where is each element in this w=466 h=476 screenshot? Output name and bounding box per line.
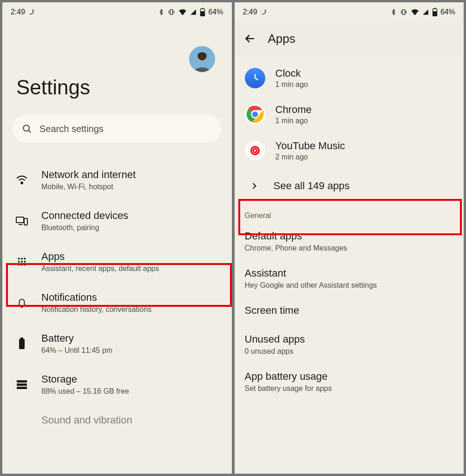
general-section-header: General — [235, 203, 464, 223]
status-time: 2:49 — [11, 8, 25, 16]
item-sub: 0 unused apps — [245, 347, 454, 356]
youtube-music-app-icon — [245, 140, 265, 161]
svg-point-6 — [21, 182, 22, 184]
item-title: Battery — [41, 332, 222, 344]
svg-rect-19 — [20, 337, 23, 339]
status-bar: 2:49 64% — [2, 2, 232, 22]
search-icon — [22, 124, 32, 134]
svg-point-15 — [18, 264, 20, 265]
signal-icon — [190, 9, 197, 15]
item-title: Connected devices — [41, 210, 222, 222]
settings-screen: 2:49 64% Settings Search settings Networ… — [2, 2, 232, 474]
item-title: Unused apps — [245, 333, 454, 345]
back-arrow-icon[interactable] — [244, 33, 256, 45]
item-title: Sound and vibration — [41, 414, 222, 426]
svg-point-17 — [24, 264, 26, 265]
general-screen-time[interactable]: Screen time — [235, 297, 464, 326]
status-bar: 2:49 64% — [235, 2, 464, 22]
item-sub: Notification history, conversations — [41, 305, 222, 314]
status-time: 2:49 — [243, 8, 257, 16]
svg-point-5 — [23, 125, 29, 131]
page-title: Apps — [268, 32, 295, 46]
svg-point-9 — [18, 258, 20, 260]
item-sub: Assistant, recent apps, default apps — [41, 264, 222, 273]
settings-item-connected-devices[interactable]: Connected devices Bluetooth, pairing — [2, 200, 232, 241]
svg-rect-26 — [434, 8, 436, 9]
bell-icon — [17, 297, 27, 308]
chevron-right-icon — [249, 181, 259, 191]
item-title: Notifications — [41, 291, 222, 304]
app-time: 1 min ago — [276, 117, 454, 125]
settings-item-notifications[interactable]: Notifications Notification history, conv… — [2, 282, 232, 323]
recent-app-chrome[interactable]: Chrome 1 min ago — [235, 96, 464, 132]
see-all-label: See all 149 apps — [274, 180, 350, 192]
wifi-icon — [411, 9, 419, 15]
svg-rect-0 — [171, 10, 173, 15]
page-title: Settings — [2, 72, 232, 115]
item-sub: 64% – Until 11:45 pm — [41, 346, 222, 355]
general-assistant[interactable]: Assistant Hey Google and other Assistant… — [235, 260, 464, 297]
svg-rect-20 — [17, 380, 27, 383]
search-settings[interactable]: Search settings — [13, 115, 222, 143]
status-battery-pct: 64% — [208, 8, 223, 16]
item-title: Network and internet — [41, 169, 222, 181]
recent-app-youtube-music[interactable]: YouTube Music 2 min ago — [235, 132, 464, 169]
storage-icon — [16, 380, 27, 389]
svg-point-14 — [24, 261, 26, 263]
settings-item-storage[interactable]: Storage 88% used – 15.16 GB free — [2, 364, 232, 405]
search-placeholder: Search settings — [39, 124, 104, 134]
apps-topbar: Apps — [235, 22, 464, 55]
devices-icon — [16, 216, 28, 226]
svg-rect-7 — [16, 217, 24, 223]
svg-point-11 — [24, 258, 26, 260]
general-unused-apps[interactable]: Unused apps 0 unused apps — [235, 326, 464, 363]
item-title: Apps — [41, 251, 222, 263]
item-sub: Bluetooth, pairing — [41, 224, 222, 232]
battery-icon — [432, 8, 438, 16]
item-sub: Mobile, Wi-Fi, hotspot — [41, 183, 222, 191]
svg-rect-8 — [24, 218, 27, 225]
item-sub: Chrome, Phone and Messages — [245, 244, 454, 252]
svg-point-16 — [21, 264, 23, 265]
recent-app-clock[interactable]: Clock 1 min ago — [235, 60, 464, 96]
item-sub: Set battery usage for apps — [245, 384, 454, 393]
battery-icon — [18, 337, 26, 350]
clock-app-icon — [245, 68, 265, 88]
app-name: Chrome — [276, 104, 454, 116]
svg-rect-21 — [17, 383, 27, 386]
svg-point-13 — [21, 261, 23, 263]
item-title: Default apps — [245, 230, 454, 242]
call-forward-icon — [28, 8, 35, 16]
settings-item-network[interactable]: Network and internet Mobile, Wi-Fi, hots… — [2, 159, 232, 200]
chrome-app-icon — [245, 104, 265, 125]
app-name: YouTube Music — [276, 140, 454, 152]
status-battery-pct: 64% — [440, 8, 455, 16]
item-sub: Hey Google and other Assistant settings — [245, 281, 454, 290]
vibrate-icon — [167, 8, 176, 16]
svg-rect-22 — [17, 387, 27, 389]
wifi-icon — [178, 9, 187, 15]
see-all-apps[interactable]: See all 149 apps — [235, 169, 464, 203]
item-title: App battery usage — [245, 370, 454, 383]
settings-item-apps[interactable]: Apps Assistant, recent apps, default app… — [2, 241, 232, 282]
svg-rect-18 — [19, 339, 25, 349]
wifi-icon — [16, 175, 28, 185]
svg-point-10 — [21, 258, 23, 260]
svg-rect-2 — [201, 11, 205, 16]
svg-rect-23 — [402, 10, 405, 15]
profile-avatar[interactable] — [189, 46, 215, 72]
apps-screen: 2:49 64% Apps Clock 1 min ago — [235, 2, 464, 474]
app-time: 1 min ago — [276, 80, 454, 89]
bluetooth-icon — [158, 8, 164, 16]
vibrate-icon — [400, 8, 408, 16]
app-time: 2 min ago — [276, 153, 454, 161]
general-app-battery-usage[interactable]: App battery usage Set battery usage for … — [235, 363, 464, 400]
item-title: Screen time — [245, 304, 454, 317]
svg-point-12 — [18, 261, 20, 263]
general-default-apps[interactable]: Default apps Chrome, Phone and Messages — [235, 223, 464, 260]
item-sub: 88% used – 15.16 GB free — [41, 387, 222, 396]
app-name: Clock — [276, 67, 454, 79]
apps-grid-icon — [17, 257, 27, 267]
settings-item-battery[interactable]: Battery 64% – Until 11:45 pm — [2, 323, 232, 364]
settings-item-sound[interactable]: Sound and vibration — [2, 405, 232, 437]
